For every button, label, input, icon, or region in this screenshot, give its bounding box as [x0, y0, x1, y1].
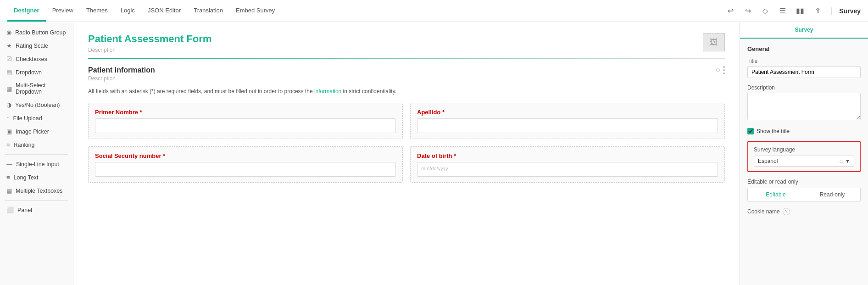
sidebar-item-multiple-textboxes[interactable]: ▤ Multiple Textboxes [0, 184, 73, 197]
sidebar-item-label: Panel [17, 207, 32, 213]
cookie-help-icon[interactable]: ? [783, 208, 790, 215]
right-panel: Survey General Title Description Show th… [740, 22, 868, 285]
field-input-social-security[interactable] [95, 162, 396, 177]
section-title: Patient information [88, 66, 710, 74]
show-title-checkbox[interactable] [747, 128, 754, 134]
tab-preview[interactable]: Preview [46, 0, 80, 22]
field-social-security: Social Security number * [88, 146, 403, 183]
editable-section: Editable or read-only Editable Read-only [747, 179, 861, 201]
tab-survey[interactable]: Survey [740, 22, 868, 39]
sidebar-item-file-upload[interactable]: ↑ File Upload [0, 112, 73, 125]
sidebar-item-panel[interactable]: ⬜ Panel [0, 203, 73, 217]
tab-json-editor[interactable]: JSON Editor [141, 0, 187, 22]
survey-language-label: Survey language [754, 146, 854, 153]
delete-icon[interactable]: ◇ [759, 5, 772, 17]
show-title-row: Show the title [747, 128, 861, 134]
property-group-title: Title [747, 58, 861, 78]
sidebar-item-long-text[interactable]: ≡ Long Text [0, 171, 73, 184]
sidebar-item-single-line-input[interactable]: — Single-Line Input [0, 157, 73, 171]
property-group-description: Description [747, 84, 861, 122]
left-sidebar: ◉ Radio Button Group ★ Rating Scale ☑ Ch… [0, 22, 73, 285]
sidebar-divider [5, 154, 68, 155]
nav-tabs: Designer Preview Themes Logic JSON Edito… [7, 0, 281, 22]
field-apellido: Apellido * [410, 103, 725, 139]
sidebar-item-label: Yes/No (Boolean) [15, 102, 60, 108]
tab-themes[interactable]: Themes [80, 0, 114, 22]
tab-logic[interactable]: Logic [114, 0, 141, 22]
dropdown-icon: ▤ [6, 69, 12, 76]
field-label-primer-nombre: Primer Nombre * [95, 109, 396, 116]
form-fields-row-1: Primer Nombre * Apellido * [88, 103, 725, 139]
language-arrow-icon[interactable]: ▼ [845, 158, 850, 164]
sidebar-item-label: Checkboxes [16, 56, 47, 62]
editable-button[interactable]: Editable [747, 188, 804, 201]
content-area: Patient Assessment Form Description 🖼 Pa… [73, 22, 740, 285]
top-navigation: Designer Preview Themes Logic JSON Edito… [0, 0, 868, 22]
sidebar-item-image-picker[interactable]: ▣ Image Picker [0, 125, 73, 138]
field-date-of-birth: Date of birth * mm/dd/yyyy [410, 146, 725, 183]
field-input-date-of-birth[interactable]: mm/dd/yyyy [417, 162, 718, 177]
sidebar-item-radio-button-group[interactable]: ◉ Radio Button Group [0, 26, 73, 39]
sidebar-item-dropdown[interactable]: ▤ Dropdown [0, 66, 73, 79]
settings-icon[interactable]: ☰ [776, 5, 789, 17]
toolbar-icons: ↩ ↪ ◇ ☰ ▮▮ ⇧ [724, 5, 824, 17]
sidebar-item-label: Rating Scale [16, 43, 48, 49]
sidebar-item-label: Multiple Textboxes [16, 188, 63, 194]
upload-icon[interactable]: ⇧ [811, 5, 824, 17]
tab-embed-survey[interactable]: Embed Survey [229, 0, 281, 22]
ranking-icon: ≡ [6, 141, 10, 148]
nav-survey-title: Survey [831, 7, 861, 15]
description-textarea[interactable] [747, 93, 861, 120]
field-label-date-of-birth: Date of birth * [417, 152, 718, 159]
tab-translation[interactable]: Translation [187, 0, 229, 22]
form-description: Description [88, 47, 211, 53]
description-property-label: Description [747, 84, 861, 91]
sidebar-item-rating-scale[interactable]: ★ Rating Scale [0, 39, 73, 52]
editable-buttons: Editable Read-only [747, 188, 861, 201]
cookie-label: Cookie name [747, 208, 780, 215]
section-description: Description [88, 75, 710, 82]
panel-tabs: Survey [740, 22, 868, 39]
single-line-input-icon: — [6, 161, 12, 168]
sidebar-item-label: Dropdown [16, 69, 42, 76]
redo-icon[interactable]: ↪ [741, 5, 754, 17]
show-title-label: Show the title [757, 128, 790, 134]
long-text-icon: ≡ [6, 174, 10, 181]
sidebar-item-ranking[interactable]: ≡ Ranking [0, 138, 73, 151]
title-input[interactable] [747, 66, 861, 78]
sidebar-item-label: File Upload [13, 115, 42, 122]
rating-scale-icon: ★ [6, 42, 12, 49]
read-only-button[interactable]: Read-only [804, 188, 861, 201]
field-input-apellido[interactable] [417, 118, 718, 133]
field-primer-nombre: Primer Nombre * [88, 103, 403, 139]
field-label-apellido: Apellido * [417, 109, 718, 116]
form-image-placeholder: 🖼 [703, 33, 725, 51]
sidebar-item-checkboxes[interactable]: ☑ Checkboxes [0, 52, 73, 66]
info-text: All fields with an asterisk (*) are requ… [88, 87, 725, 95]
sidebar-item-label: Multi-Select Dropdown [16, 82, 67, 95]
image-picker-icon: ▣ [6, 128, 12, 135]
editable-label: Editable or read-only [747, 179, 861, 185]
language-clear-icon[interactable]: ◇ [840, 158, 843, 164]
undo-icon[interactable]: ↩ [724, 5, 737, 17]
sidebar-item-multi-select-dropdown[interactable]: ▦ Multi-Select Dropdown [0, 79, 73, 98]
form-title: Patient Assessment Form [88, 33, 211, 45]
form-fields-row-2: Social Security number * Date of birth *… [88, 146, 725, 183]
sidebar-item-yes-no[interactable]: ◑ Yes/No (Boolean) [0, 98, 73, 112]
main-layout: ◉ Radio Button Group ★ Rating Scale ☑ Ch… [0, 22, 868, 285]
file-upload-icon: ↑ [6, 115, 10, 122]
date-placeholder: mm/dd/yyyy [421, 166, 448, 171]
language-select-wrapper[interactable]: Español ◇ ▼ [754, 156, 854, 167]
field-input-primer-nombre[interactable] [95, 118, 396, 133]
sidebar-item-label: Single-Line Input [16, 161, 59, 168]
book-icon[interactable]: ▮▮ [794, 5, 807, 17]
tab-designer[interactable]: Designer [7, 0, 46, 22]
multi-select-dropdown-icon: ▦ [6, 85, 12, 92]
sidebar-item-label: Long Text [14, 174, 39, 181]
multiple-textboxes-icon: ▤ [6, 187, 12, 194]
panel-section-title: General [747, 45, 861, 52]
panel-icon: ⬜ [6, 207, 14, 213]
checkboxes-icon: ☑ [6, 56, 12, 62]
sidebar-item-label: Image Picker [16, 129, 49, 135]
title-property-label: Title [747, 58, 861, 64]
